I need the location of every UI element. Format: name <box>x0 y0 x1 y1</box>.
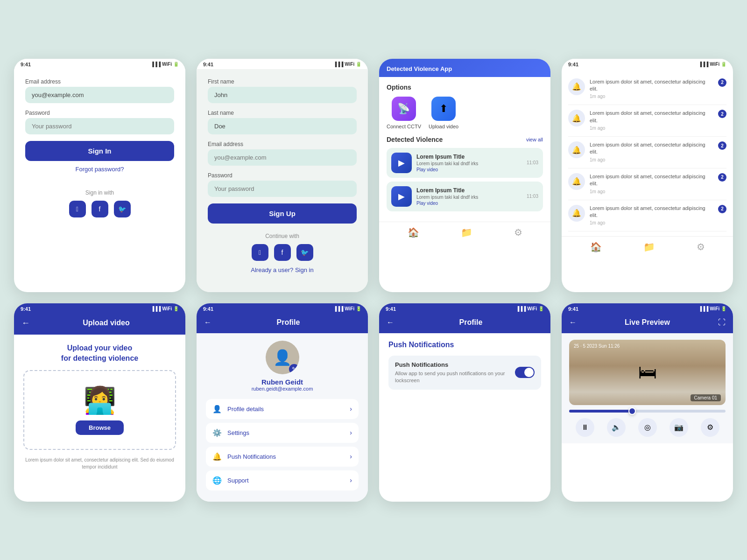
video-thumb-1: ▶ <box>391 153 412 173</box>
password-input-signup[interactable] <box>208 181 357 197</box>
video-card-1[interactable]: ▶ Lorem Ipsum Title Lorem ipsum taki kal… <box>387 148 543 178</box>
signin-card: 9:41 ▐▐▐WiFi🔋 Email address Password Sig… <box>14 59 185 292</box>
lastname-input[interactable] <box>208 118 357 134</box>
notif-item-3: 🔔 Lorem ipsum dolor sit amet, consectetu… <box>568 137 726 168</box>
profile-details-icon: 👤 <box>212 405 223 413</box>
options-title: Options <box>387 84 543 91</box>
status-time-signup: 9:41 <box>203 62 213 67</box>
view-all-link[interactable]: view all <box>526 137 543 142</box>
notif-item-2: 🔔 Lorem ipsum dolor sit amet, consectetu… <box>568 105 726 137</box>
video-card-2[interactable]: ▶ Lorem Ipsum Title Lorem ipsum taki kal… <box>387 182 543 211</box>
connect-cctv-option[interactable]: 📡 Connect CCTV <box>387 97 421 129</box>
video2-play[interactable]: Play video <box>416 201 522 206</box>
email-label: Email address <box>25 78 174 85</box>
upload-header: ← Upload video <box>14 314 185 335</box>
twitter-signup-btn[interactable]: 🐦 <box>296 244 313 261</box>
notif-badge-1: 2 <box>718 78 726 87</box>
facebook-signin-btn[interactable]: f <box>92 201 108 217</box>
signup-button[interactable]: Sign Up <box>208 203 357 224</box>
home-nav-notif[interactable]: 🏠 <box>590 241 602 252</box>
push-status-time: 9:41 <box>386 306 396 312</box>
notif-badge-5: 2 <box>718 205 726 213</box>
twitter-signin-btn[interactable]: 🐦 <box>114 201 131 217</box>
volume-btn[interactable]: 🔈 <box>607 418 626 437</box>
notif-time-1: 1m ago <box>590 93 713 100</box>
cctv-icon: 📡 <box>392 97 416 121</box>
profile-details-item[interactable]: 👤 Profile details › <box>206 399 359 419</box>
push-notif-menu-arrow: › <box>350 453 352 460</box>
profile-body: 👤 ✎ Ruben Geidt ruben.geidt@example.com … <box>197 333 368 502</box>
email-input-signup[interactable] <box>208 149 357 166</box>
notif-bell-4: 🔔 <box>568 173 585 190</box>
target-btn[interactable]: ◎ <box>638 418 657 437</box>
forgot-password-link[interactable]: Forgot password? <box>25 166 174 173</box>
status-bar-upload: 9:41 ▐▐▐ WiFi 🔋 <box>14 303 185 314</box>
password-label-signup: Password <box>208 172 357 179</box>
notif-item-4: 🔔 Lorem ipsum dolor sit amet, consectetu… <box>568 168 726 200</box>
social-buttons-signup:  f 🐦 <box>208 244 357 261</box>
status-bar-signin: 9:41 ▐▐▐WiFi🔋 <box>14 59 185 69</box>
live-back-btn[interactable]: ← <box>569 318 577 327</box>
status-bar-notif: 9:41 ▐▐▐ WiFi 🔋 <box>562 59 733 69</box>
settings-live-btn[interactable]: ⚙ <box>701 418 719 437</box>
settings-nav-icon[interactable]: ⚙ <box>514 227 522 238</box>
signup-form: First name Last name Email address Passw… <box>197 69 368 292</box>
notif-bell-3: 🔔 <box>568 141 585 158</box>
upload-video-option[interactable]: ⬆ Upload video <box>429 97 458 129</box>
camera-btn[interactable]: 📷 <box>669 418 688 437</box>
live-status-time: 9:41 <box>568 306 578 312</box>
apple-signup-btn[interactable]:  <box>252 244 268 261</box>
progress-fill <box>569 410 632 413</box>
firstname-input[interactable] <box>208 87 357 103</box>
folder-nav-notif[interactable]: 📁 <box>643 241 655 252</box>
avatar-edit-btn[interactable]: ✎ <box>289 364 299 374</box>
detected-title: Detected Violence <box>387 136 443 143</box>
settings-menu-item[interactable]: ⚙️ Settings › <box>206 423 359 443</box>
profile-back-btn[interactable]: ← <box>204 318 211 327</box>
signin-form: Email address Password Sign In Forgot pa… <box>14 69 185 227</box>
push-notif-toggle[interactable] <box>515 367 535 378</box>
progress-knob[interactable] <box>628 407 636 415</box>
facebook-signup-btn[interactable]: f <box>274 244 291 261</box>
pause-btn[interactable]: ⏸ <box>576 418 594 437</box>
live-preview-header: ← Live Preview ⛶ <box>562 314 733 333</box>
firstname-label: First name <box>208 78 357 85</box>
detected-header: Detected Violence view all <box>387 136 543 143</box>
notif-time-3: 1m ago <box>590 157 713 163</box>
browse-button[interactable]: Browse <box>76 420 124 435</box>
progress-bar[interactable] <box>569 410 726 413</box>
password-label: Password <box>25 110 174 116</box>
detection-header: Detected Violence App <box>379 59 550 77</box>
notification-list: 🔔 Lorem ipsum dolor sit amet, consectetu… <box>562 69 733 237</box>
home-nav-icon[interactable]: 🏠 <box>408 227 419 238</box>
bottom-nav-detection: 🏠 📁 ⚙ <box>379 222 550 243</box>
upload-illustration: 👩‍💻 <box>84 385 116 416</box>
upload-dropzone[interactable]: 👩‍💻 Browse <box>23 370 176 450</box>
video1-play[interactable]: Play video <box>416 167 522 172</box>
live-expand-btn[interactable]: ⛶ <box>718 318 726 327</box>
video1-title: Lorem Ipsum Title <box>416 154 522 160</box>
notif-text-1: Lorem ipsum dolor sit amet, consectetur … <box>590 78 713 100</box>
settings-nav-notif[interactable]: ⚙ <box>697 241 705 252</box>
password-input[interactable] <box>25 118 174 134</box>
already-user-link[interactable]: Already a user? Sign in <box>208 266 357 273</box>
apple-signin-btn[interactable]:  <box>69 201 86 217</box>
signup-card: 9:41 ▐▐▐ WiFi 🔋 First name Last name Ema… <box>197 59 368 292</box>
notif-text-5: Lorem ipsum dolor sit amet, consectetur … <box>590 205 713 227</box>
folder-nav-icon[interactable]: 📁 <box>461 227 472 238</box>
toggle-knob <box>524 368 534 377</box>
push-back-btn[interactable]: ← <box>387 318 394 327</box>
profile-header-title: Profile <box>216 318 360 327</box>
upload-back-btn[interactable]: ← <box>21 318 30 328</box>
signin-button[interactable]: Sign In <box>25 141 174 161</box>
upload-description: Lorem ipsum dolor sit amet, consectetur … <box>23 456 176 470</box>
settings-menu-icon: ⚙️ <box>212 428 223 437</box>
avatar-section: 👤 ✎ Ruben Geidt ruben.geidt@example.com <box>206 341 359 392</box>
detection-body: Options 📡 Connect CCTV ⬆ Upload video De… <box>379 77 550 222</box>
upload-status-time: 9:41 <box>21 306 31 312</box>
push-notif-menu-item[interactable]: 🔔 Push Notifications › <box>206 447 359 467</box>
notif-time-5: 1m ago <box>590 220 713 226</box>
support-menu-arrow: › <box>350 476 352 484</box>
support-menu-item[interactable]: 🌐 Support › <box>206 470 359 490</box>
email-input[interactable] <box>25 87 174 103</box>
